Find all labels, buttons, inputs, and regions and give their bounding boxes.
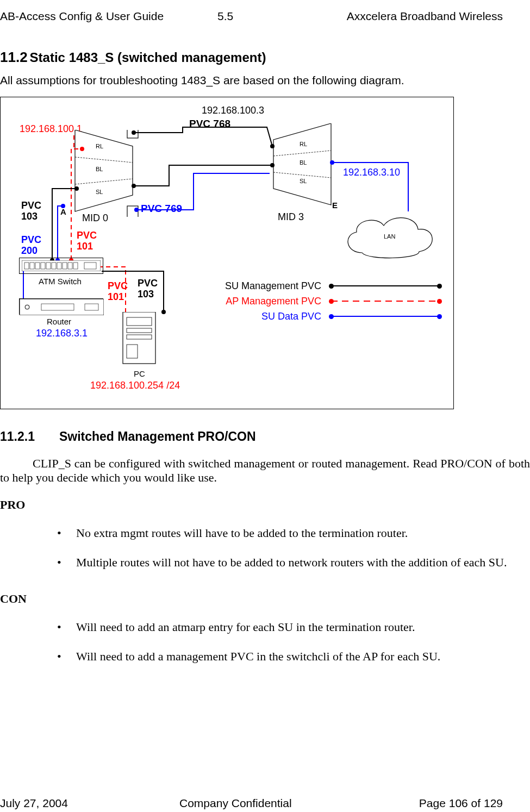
subsection-heading: 11.2.1Switched Management PRO/CON <box>0 429 256 444</box>
pro-list: No extra mgmt routes will have to be add… <box>0 525 530 570</box>
con-item: Will need to add a management PVC in the… <box>0 648 530 665</box>
svg-point-10 <box>132 184 136 188</box>
svg-rect-45 <box>127 335 152 339</box>
header-right: Axxcelera Broadband Wireless <box>347 10 503 23</box>
legend-su-data-label: SU Data PVC <box>261 311 321 322</box>
legend-su-data: SU Data PVC <box>201 311 440 326</box>
svg-rect-30 <box>41 263 45 269</box>
legend-su-mgmt-label: SU Management PVC <box>225 280 321 292</box>
svg-rect-36 <box>73 263 78 269</box>
svg-rect-46 <box>127 345 138 358</box>
atm-switch <box>19 258 103 274</box>
pc-label: PC <box>134 369 145 378</box>
network-diagram: 192.168.100.3 192.168.100.1 PVC 768 PVC … <box>0 97 454 409</box>
router-label: Router <box>47 317 71 326</box>
svg-rect-37 <box>84 263 96 269</box>
legend-ap-mgmt-label: AP Management PVC <box>226 296 321 307</box>
subsection-number: 11.2.1 <box>0 429 35 444</box>
svg-rect-31 <box>46 263 51 269</box>
pro-item: Multiple routes will not have to be adde… <box>0 554 530 571</box>
section-number: 11.2 <box>0 49 28 65</box>
header-center: 5.5 <box>217 10 233 23</box>
pc <box>120 312 158 366</box>
footer-right: Page 106 of 129 <box>419 797 503 810</box>
svg-rect-33 <box>57 263 61 269</box>
svg-point-11 <box>270 163 275 167</box>
svg-point-13 <box>330 160 334 165</box>
subsection-title: Switched Management PRO/CON <box>59 429 256 444</box>
svg-rect-40 <box>41 304 74 310</box>
ip-pc: 192.168.100.254 /24 <box>90 380 180 391</box>
svg-rect-35 <box>68 263 72 269</box>
svg-rect-32 <box>52 263 56 269</box>
svg-point-19 <box>74 186 79 191</box>
svg-rect-41 <box>85 304 98 310</box>
svg-point-8 <box>270 144 275 148</box>
con-list: Will need to add an atmarp entry for eac… <box>0 619 530 664</box>
router <box>19 298 103 315</box>
body-text: CLIP_S can be configured with switched m… <box>0 457 530 678</box>
svg-point-9 <box>132 130 136 135</box>
connection-lines <box>1 97 454 410</box>
footer-left: July 27, 2004 <box>0 797 68 810</box>
svg-rect-29 <box>35 263 40 269</box>
svg-point-22 <box>61 204 65 208</box>
legend-su-mgmt: SU Management PVC <box>201 280 440 296</box>
svg-point-39 <box>25 305 29 309</box>
section-heading: 11.2Static 1483_S (switched management) <box>0 49 266 66</box>
svg-rect-43 <box>127 317 152 326</box>
pro-label: PRO <box>0 498 530 512</box>
svg-rect-27 <box>24 263 29 269</box>
body-para: CLIP_S can be configured with switched m… <box>0 457 530 485</box>
con-item: Will need to add an atmarp entry for eac… <box>0 619 530 635</box>
footer-center: Company Confidential <box>179 797 292 810</box>
svg-point-21 <box>161 310 166 314</box>
ip-router: 192.168.3.1 <box>36 328 88 339</box>
svg-rect-44 <box>127 328 152 333</box>
pro-item: No extra mgmt routes will have to be add… <box>0 525 530 541</box>
svg-point-12 <box>134 208 139 212</box>
svg-rect-28 <box>30 263 34 269</box>
con-label: CON <box>0 592 530 606</box>
intro-text: All assumptions for troubleshooting 1483… <box>0 74 404 87</box>
legend-ap-mgmt: AP Management PVC <box>201 296 440 311</box>
section-title: Static 1483_S (switched management) <box>30 50 266 65</box>
svg-rect-34 <box>63 263 67 269</box>
legend: SU Management PVC AP Management PVC SU D… <box>201 280 440 326</box>
atm-switch-label: ATM Switch <box>39 277 82 286</box>
header-left: AB-Access Config & User Guide <box>0 10 164 23</box>
